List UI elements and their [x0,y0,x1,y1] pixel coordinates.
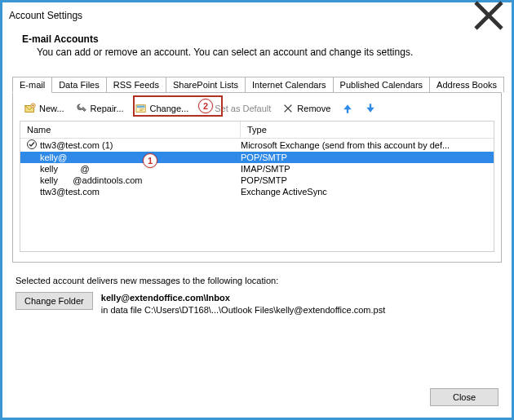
table-row[interactable]: kelly@ POP/SMTP [20,152,494,163]
tab-published-calendars[interactable]: Published Calendars [333,77,431,92]
tab-address-books[interactable]: Address Books [429,77,504,92]
arrow-down-icon [365,103,376,114]
folder-info: kelly@extendoffice.com\Inbox in data fil… [101,292,385,317]
header-subtitle: You can add or remove an account. You ca… [22,46,492,58]
change-button[interactable]: Change... [131,101,194,116]
tab-internet-calendars[interactable]: Internet Calendars [245,77,334,92]
table-header: Name Type [20,122,494,139]
accounts-table: Name Type ttw3@test.com (1) Microsoft Ex… [20,121,494,252]
table-row[interactable]: ttw3@test.com Exchange ActiveSync [20,186,494,197]
account-name: ttw3@test.com [40,187,100,197]
header-title: E-mail Accounts [22,33,492,45]
folder-path: kelly@extendoffice.com\Inbox [101,292,385,304]
account-settings-window: Account Settings E-mail Accounts You can… [0,0,514,420]
dialog-footer: Close [2,380,512,418]
arrow-up-icon [342,103,353,114]
tab-email[interactable]: E-mail [12,77,52,93]
account-type: IMAP/SMTP [241,164,487,174]
table-body: ttw3@test.com (1) Microsoft Exchange (se… [20,139,494,251]
column-type[interactable]: Type [241,122,494,138]
account-name: ttw3@test.com (1) [40,140,113,150]
close-button[interactable]: Close [430,388,498,406]
remove-button[interactable]: Remove [277,101,335,116]
repair-button[interactable]: Repair... [71,101,129,116]
table-row[interactable]: ttw3@test.com (1) Microsoft Exchange (se… [20,139,494,152]
account-name: kelly @ [40,164,90,174]
change-folder-button[interactable]: Change Folder [16,292,93,310]
change-icon [135,103,147,114]
window-title: Account Settings [9,10,472,21]
repair-icon [76,103,87,114]
toolbar: New... Repair... Change... Set as Defaul… [20,99,494,121]
close-icon [472,0,505,32]
title-bar: Account Settings [2,2,512,29]
close-window-button[interactable] [472,4,505,27]
tab-strip: E-mail Data Files RSS Feeds SharePoint L… [12,73,502,92]
folder-row: Change Folder kelly@extendoffice.com\Inb… [16,292,498,317]
table-row[interactable]: kelly @ IMAP/SMTP [20,163,494,175]
account-name: kelly@ [40,153,67,162]
header: E-mail Accounts You can add or remove an… [2,29,512,73]
tab-sharepoint-lists[interactable]: SharePoint Lists [166,77,246,92]
move-up-button[interactable] [337,101,358,116]
account-type: Microsoft Exchange (send from this accou… [241,140,487,150]
set-default-button[interactable]: Set as Default [195,101,276,116]
table-row[interactable]: kelly @addintools.com POP/SMTP [20,175,494,186]
tab-panel: New... Repair... Change... Set as Defaul… [12,92,502,263]
column-name[interactable]: Name [20,122,241,138]
delivery-label: Selected account delivers new messages t… [16,276,498,285]
default-icon [200,103,211,114]
svg-rect-3 [136,106,144,108]
account-type: POP/SMTP [241,175,487,185]
tab-data-files[interactable]: Data Files [51,77,107,92]
new-mail-icon [24,103,36,114]
account-name: kelly @addintools.com [40,175,143,185]
folder-datafile: in data file C:\Users\DT168\...\Outlook … [101,304,385,316]
new-button[interactable]: New... [20,101,69,116]
default-check-icon [27,139,37,151]
account-type: POP/SMTP [241,153,487,162]
move-down-button[interactable] [360,101,381,116]
account-type: Exchange ActiveSync [241,187,487,197]
tab-rss-feeds[interactable]: RSS Feeds [106,77,166,92]
remove-icon [282,103,294,114]
